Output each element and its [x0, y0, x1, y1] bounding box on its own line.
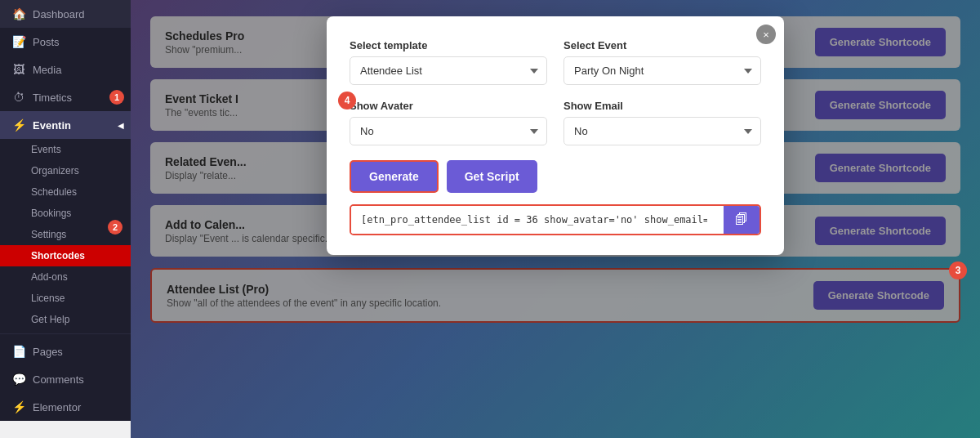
- sidebar-item-label: Dashboard: [33, 8, 85, 20]
- sidebar-sub-events[interactable]: Events: [0, 139, 131, 160]
- email-field: Show Email No: [564, 100, 761, 145]
- badge-4: 4: [338, 92, 356, 110]
- main-content: Schedules Pro Show "premium... Generate …: [131, 0, 980, 438]
- template-label: Select template: [350, 39, 547, 51]
- event-select[interactable]: Party On Night: [564, 56, 761, 85]
- sidebar-sub-shortcodes[interactable]: Shortcodes: [0, 245, 131, 266]
- get-script-button[interactable]: Get Script: [447, 160, 537, 193]
- sidebar-sub-organizers[interactable]: Organizers: [0, 160, 131, 181]
- badge-3: 3: [949, 261, 967, 279]
- posts-icon: 📝: [11, 35, 26, 48]
- event-label: Select Event: [564, 39, 761, 51]
- sidebar-item-timetics[interactable]: ⏱ Timetics 1: [0, 83, 131, 111]
- sidebar-item-label: Media: [33, 64, 61, 76]
- avatar-label: Show Avater: [350, 100, 547, 112]
- shortcode-output-row: 5 🗐: [350, 204, 761, 235]
- copy-icon: 🗐: [735, 212, 748, 227]
- elementor-icon: ⚡: [11, 400, 26, 413]
- modal-actions: Generate Get Script: [350, 160, 761, 193]
- sidebar-item-label: Posts: [33, 36, 60, 48]
- dashboard-icon: 🏠: [11, 7, 26, 20]
- pages-icon: 📄: [11, 345, 26, 358]
- template-select[interactable]: Attendee List: [350, 56, 547, 85]
- sidebar: 🏠 Dashboard 📝 Posts 🖼 Media ⏱ Timetics 1…: [0, 0, 131, 438]
- sidebar-item-comments[interactable]: 💬 Comments: [0, 365, 131, 393]
- sidebar-item-pages[interactable]: 📄 Pages: [0, 337, 131, 365]
- sidebar-sub-settings[interactable]: Settings: [0, 224, 108, 245]
- template-field: Select template Attendee List: [350, 39, 547, 85]
- modal-row-1: Select template Attendee List Select Eve…: [350, 39, 761, 85]
- sidebar-item-eventin[interactable]: ⚡ Eventin ◀: [0, 111, 131, 139]
- settings-badge: 2: [108, 220, 122, 235]
- timetics-badge: 1: [109, 90, 124, 105]
- eventin-arrow: ◀: [118, 121, 124, 130]
- sidebar-item-label: Elementor: [33, 401, 81, 413]
- copy-shortcode-button[interactable]: 🗐: [724, 206, 760, 234]
- sidebar-item-elementor[interactable]: ⚡ Elementor: [0, 393, 131, 421]
- sidebar-item-label: Comments: [33, 373, 84, 386]
- modal-overlay: × Select template Attendee List Select E…: [131, 0, 980, 438]
- media-icon: 🖼: [11, 63, 26, 76]
- sidebar-divider-1: [0, 333, 131, 334]
- sidebar-item-dashboard[interactable]: 🏠 Dashboard: [0, 0, 131, 28]
- sidebar-item-posts[interactable]: 📝 Posts: [0, 28, 131, 56]
- sidebar-item-label: Eventin: [33, 119, 71, 132]
- sidebar-sub-addons[interactable]: Add-ons: [0, 266, 131, 288]
- modal-dialog: × Select template Attendee List Select E…: [327, 16, 784, 255]
- sidebar-item-media[interactable]: 🖼 Media: [0, 56, 131, 83]
- eventin-icon: ⚡: [11, 118, 26, 132]
- email-select[interactable]: No: [564, 117, 761, 145]
- email-label: Show Email: [564, 100, 761, 112]
- sidebar-sub-gethelp[interactable]: Get Help: [0, 309, 131, 330]
- timetics-icon: ⏱: [11, 91, 26, 104]
- sidebar-sub-schedules[interactable]: Schedules: [0, 181, 131, 203]
- event-field: Select Event Party On Night: [564, 39, 761, 85]
- shortcode-output-input[interactable]: [351, 206, 717, 234]
- avatar-select[interactable]: No: [350, 117, 547, 145]
- generate-button[interactable]: Generate: [350, 160, 439, 193]
- sidebar-item-label: Timetics: [33, 92, 72, 104]
- modal-row-2: 4 Show Avater No Show Email No: [350, 100, 761, 145]
- avatar-field: Show Avater No: [350, 100, 547, 145]
- comments-icon: 💬: [11, 373, 26, 386]
- sidebar-sub-license[interactable]: License: [0, 288, 131, 309]
- modal-close-button[interactable]: ×: [756, 25, 776, 44]
- sidebar-item-label: Pages: [33, 346, 63, 358]
